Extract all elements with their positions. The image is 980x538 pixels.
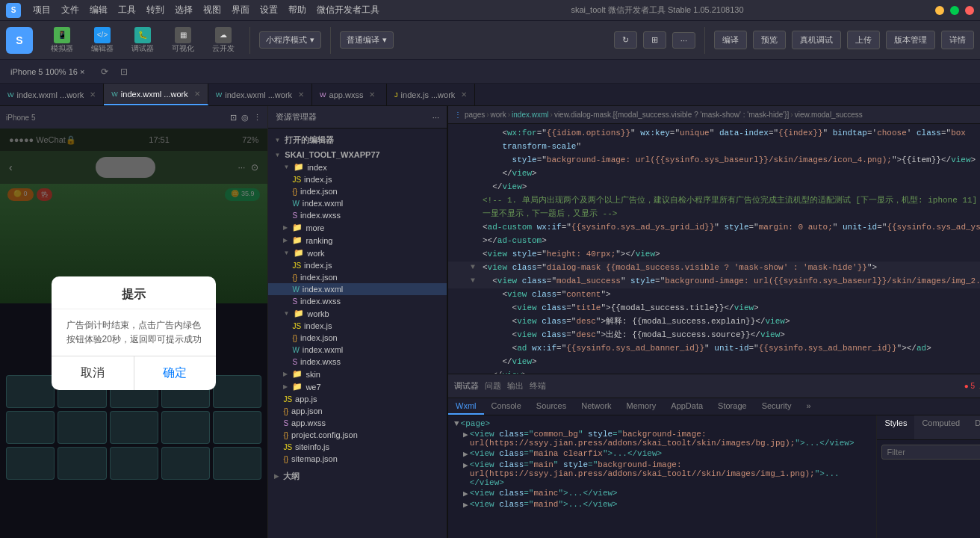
file-app-wxss[interactable]: S app.wxss <box>268 417 447 429</box>
devtools-tab-appdata[interactable]: AppData <box>663 398 710 415</box>
menu-help[interactable]: 帮助 <box>288 4 306 16</box>
refresh-button[interactable]: ↻ <box>614 31 637 49</box>
file-index-json[interactable]: {} index.json <box>268 185 447 197</box>
folder-workb[interactable]: ▼ 📁 workb <box>268 307 447 320</box>
file-index-wxss[interactable]: S index.wxss <box>268 209 447 221</box>
file-work-wxml-active[interactable]: W index.wxml <box>268 283 447 295</box>
collapse-icon[interactable]: ▶ <box>463 500 468 510</box>
phone-more-icon[interactable]: ⋮ <box>253 113 261 123</box>
maximize-button[interactable] <box>950 6 959 15</box>
file-project-config[interactable]: {} project.config.json <box>268 429 447 441</box>
file-index-js[interactable]: JS index.js <box>268 173 447 185</box>
devtools-tab-debugger[interactable]: 调试器 <box>454 380 479 392</box>
file-tree-more-icon[interactable]: ··· <box>432 113 439 122</box>
tab-4[interactable]: J index.js ...work ✕ <box>387 84 475 105</box>
devtools-tab-console[interactable]: Console <box>484 398 529 415</box>
folder-more[interactable]: ▶ 📁 more <box>268 221 447 234</box>
file-work-js[interactable]: JS index.js <box>268 259 447 271</box>
real-device-button[interactable]: 真机调试 <box>792 31 841 49</box>
menu-settings[interactable]: 设置 <box>260 4 278 16</box>
upload-button[interactable]: 上传 <box>847 31 880 49</box>
phone-screenshot-icon[interactable]: ◎ <box>241 113 249 123</box>
collapse-icon[interactable]: ▶ <box>463 449 468 459</box>
mode-dropdown[interactable]: 小程序模式 ▾ <box>259 31 321 49</box>
menu-tools[interactable]: 工具 <box>118 4 136 16</box>
file-workb-wxss[interactable]: S index.wxss <box>268 356 447 368</box>
screenshot-icon[interactable]: ⊡ <box>120 67 128 77</box>
outline-section[interactable]: ▶ 大纲 <box>268 468 447 483</box>
phone-zoom-icon[interactable]: ⊡ <box>230 113 237 123</box>
tab-2-close[interactable]: ✕ <box>298 90 304 99</box>
preview-button[interactable]: 预览 <box>753 31 786 49</box>
tab-2[interactable]: W index.wxml ...work ✕ <box>208 84 312 105</box>
tab-1-close[interactable]: ✕ <box>194 90 200 98</box>
breadcrumb-work[interactable]: work <box>491 111 506 119</box>
file-work-json[interactable]: {} index.json <box>268 271 447 283</box>
file-workb-json[interactable]: {} index.json <box>268 332 447 344</box>
qr-button[interactable]: ⊞ <box>643 31 666 49</box>
dialog-confirm-button[interactable]: 确定 <box>134 356 217 390</box>
devtools-tab-problems[interactable]: 问题 <box>485 380 501 392</box>
minimize-button[interactable] <box>935 6 944 15</box>
debugger-button[interactable]: 🐛 调试器 <box>125 24 160 57</box>
dataset-tab[interactable]: Dataset <box>967 415 980 439</box>
file-workb-js[interactable]: JS index.js <box>268 320 447 332</box>
folder-we7[interactable]: ▶ 📁 we7 <box>268 380 447 393</box>
tab-0[interactable]: W index.wxml ...work ✕ <box>0 84 104 105</box>
file-app-json[interactable]: {} app.json <box>268 405 447 417</box>
menu-select[interactable]: 选择 <box>175 4 193 16</box>
breadcrumb-file[interactable]: index.wxml <box>512 111 548 119</box>
editor-button[interactable]: </> 编辑器 <box>85 24 120 57</box>
menu-interface[interactable]: 界面 <box>232 4 249 16</box>
version-button[interactable]: 版本管理 <box>886 31 935 49</box>
collapse-icon[interactable]: ▶ <box>463 460 468 470</box>
code-editor[interactable]: <wx:for="{{idiom.options}}" wx:key="uniq… <box>448 124 980 374</box>
tab-3[interactable]: W app.wxss ✕ <box>312 84 387 105</box>
file-siteinfo[interactable]: JS siteinfo.js <box>268 441 447 453</box>
visualize-button[interactable]: ▦ 可视化 <box>166 24 200 57</box>
tab-4-close[interactable]: ✕ <box>461 90 467 99</box>
devtools-tab-terminal[interactable]: 终端 <box>530 380 546 392</box>
tab-0-close[interactable]: ✕ <box>90 90 96 99</box>
breadcrumb-view-modal[interactable]: view.modal_success <box>795 111 863 119</box>
close-button[interactable] <box>965 6 974 15</box>
simulator-button[interactable]: 📱 模拟器 <box>45 24 79 57</box>
file-workb-wxml[interactable]: W index.wxml <box>268 344 447 356</box>
folder-ranking[interactable]: ▶ 📁 ranking <box>268 234 447 247</box>
menu-file[interactable]: 文件 <box>61 4 79 16</box>
menu-view[interactable]: 视图 <box>203 4 221 16</box>
rotate-icon[interactable]: ⟳ <box>101 67 108 77</box>
project-section[interactable]: ▼ SKAI_TOOLT_WXAPP77 <box>268 147 447 161</box>
devtools-tab-storage[interactable]: Storage <box>710 398 754 415</box>
devtools-tab-memory[interactable]: Memory <box>619 398 664 415</box>
cloud-button[interactable]: ☁ 云开发 <box>206 24 241 57</box>
file-work-wxss[interactable]: S index.wxss <box>268 295 447 307</box>
folder-skin[interactable]: ▶ 📁 skin <box>268 368 447 380</box>
devtools-tab-wxml[interactable]: Wxml <box>448 398 484 415</box>
tab-1[interactable]: W index.wxml ...work ✕ <box>104 84 208 105</box>
collapse-icon[interactable]: ▶ <box>463 430 468 439</box>
collapse-icon[interactable]: ▼ <box>454 419 459 428</box>
folder-index[interactable]: ▼ 📁 index <box>268 161 447 173</box>
filter-input[interactable] <box>881 445 980 460</box>
file-sitemap[interactable]: {} sitemap.json <box>268 453 447 465</box>
devtools-tab-security[interactable]: Security <box>754 398 799 415</box>
breadcrumb-view-dialog[interactable]: view.dialog-mask.[{modal_success.visible… <box>554 111 789 119</box>
folder-work[interactable]: ▼ 📁 work <box>268 247 447 259</box>
dialog-cancel-button[interactable]: 取消 <box>52 356 134 390</box>
menu-edit[interactable]: 编辑 <box>90 4 108 16</box>
devtools-tab-more[interactable]: » <box>798 398 818 415</box>
breadcrumb-pages[interactable]: pages <box>465 111 485 119</box>
menu-project[interactable]: 项目 <box>33 4 51 16</box>
styles-tab[interactable]: Styles <box>877 415 914 439</box>
compile-button[interactable]: 编译 <box>714 31 747 49</box>
devtools-tab-network[interactable]: Network <box>574 398 618 415</box>
devtools-tab-sources[interactable]: Sources <box>529 398 574 415</box>
collapse-icon[interactable]: ▶ <box>463 489 468 498</box>
compile-dropdown[interactable]: 普通编译 ▾ <box>340 31 394 49</box>
more-button[interactable]: ··· <box>672 32 695 49</box>
tab-3-close[interactable]: ✕ <box>369 90 375 99</box>
menu-goto[interactable]: 转到 <box>146 4 164 16</box>
computed-tab[interactable]: Computed <box>914 415 967 439</box>
devtools-tab-output[interactable]: 输出 <box>507 380 524 392</box>
